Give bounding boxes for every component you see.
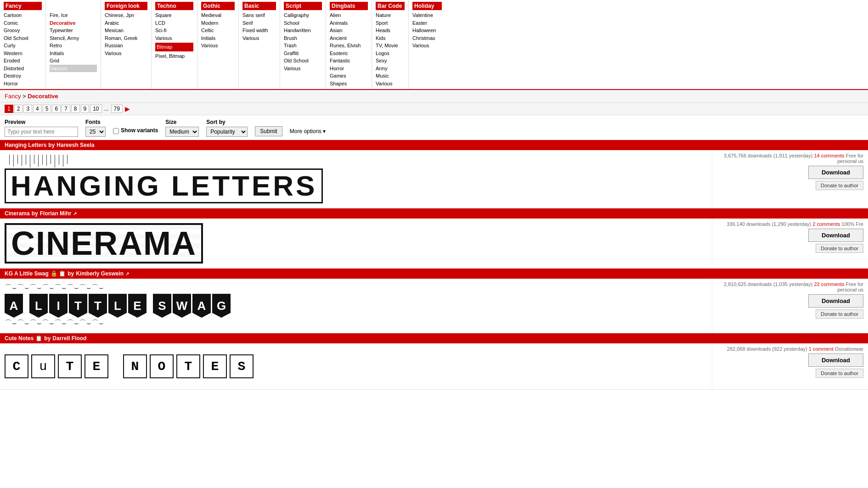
font-comments-cinerama[interactable]: 2 comments [812,221,840,227]
download-button-swag[interactable]: Download [808,294,863,308]
nav-item-initials-gothic[interactable]: Initials [201,34,235,42]
download-button-hanging[interactable]: Download [808,166,863,179]
nav-item-grid[interactable]: Grid [50,57,97,65]
nav-item-horror-ding[interactable]: Horror [330,65,368,73]
nav-item-various-basic[interactable]: Various [242,34,276,42]
nav-item-army[interactable]: Army [376,65,405,73]
nav-item-handwritten[interactable]: Handwritten [284,27,322,34]
donate-button-hanging[interactable]: Donate to author [816,181,863,190]
nav-header-barcode[interactable]: Bar Code [376,2,405,10]
nav-item-medieval[interactable]: Medieval [201,11,235,19]
nav-item-stencil[interactable]: Stencil, Army [50,34,97,42]
font-author-cinerama[interactable]: Florian Mihr [40,210,72,217]
download-button-cute[interactable]: Download [808,353,863,367]
nav-item-western[interactable]: Western [4,50,42,57]
nav-item-kids[interactable]: Kids [376,34,405,42]
download-button-cinerama[interactable]: Download [808,229,863,242]
nav-item-alien[interactable]: Alien [330,11,368,19]
nav-item-christmas[interactable]: Christmas [412,34,442,42]
nav-item-chinese[interactable]: Chinese, Jpn [105,11,147,19]
nav-item-logos[interactable]: Logos [376,50,405,57]
nav-item-ancient[interactable]: Ancient [330,34,368,42]
nav-header-fancy[interactable]: Fancy [4,2,42,10]
font-author-swag[interactable]: Kimberly Geswein [76,270,124,277]
donate-button-cute[interactable]: Donate to author [816,369,863,378]
nav-item-sans-serif[interactable]: Sans serif [242,11,276,19]
nav-item-scifi[interactable]: Sci-fi [155,27,193,34]
nav-item-groovy[interactable]: Groovy [4,27,42,34]
nav-header-dingbats[interactable]: Dingbats [330,2,368,10]
page-1[interactable]: 1 [5,105,13,113]
donate-button-swag[interactable]: Donate to author [816,309,863,319]
nav-item-nature[interactable]: Nature [376,11,405,19]
nav-header-script[interactable]: Script [284,2,322,10]
nav-header-gothic[interactable]: Gothic [201,2,235,10]
nav-item-typewriter[interactable]: Typewriter [50,27,97,34]
nav-item-destroy[interactable]: Destroy [4,72,42,80]
page-next-icon[interactable]: ▶ [124,105,131,112]
breadcrumb-parent[interactable]: Fancy [5,93,21,100]
nav-item-retro[interactable]: Retro [50,42,97,50]
nav-item-oldschool[interactable]: Old School [4,34,42,42]
nav-item-various-script[interactable]: Various [284,65,322,73]
nav-item-music[interactable]: Music [376,72,405,80]
page-last[interactable]: 79 [111,105,123,113]
nav-item-sport[interactable]: Sport [376,19,405,27]
nav-item-graffiti[interactable]: Graffiti [284,50,322,57]
nav-item-tvmovie[interactable]: TV, Movie [376,42,405,50]
nav-header-holiday[interactable]: Holiday [412,2,442,10]
nav-item-pixel[interactable]: Pixel, Bitmap [155,52,193,60]
page-4[interactable]: 4 [33,105,42,113]
nav-item-square[interactable]: Square [155,11,193,19]
nav-item-roman[interactable]: Roman, Greek [105,34,147,42]
nav-item-curly[interactable]: Curly [4,42,42,50]
nav-item-arabic[interactable]: Arabic [105,19,147,27]
nav-item-sexy[interactable]: Sexy [376,57,405,65]
nav-item-decorative[interactable]: Decorative [50,19,97,27]
nav-item-various-techno[interactable]: Various [155,34,193,42]
font-author-hanging[interactable]: Hareesh Seela [56,142,94,148]
nav-item-bitmap[interactable]: Bitmap [155,43,193,51]
nav-item-school[interactable]: School [284,19,322,27]
nav-item-games[interactable]: Games [330,72,368,80]
nav-item-horror[interactable]: Horror [4,80,42,88]
nav-item-runes[interactable]: Runes, Elvish [330,42,368,50]
submit-button[interactable]: Submit [255,126,282,136]
nav-item-oldschool-script[interactable]: Old School [284,57,322,65]
nav-item-cartoon[interactable]: Cartoon [4,11,42,19]
nav-item-various-gothic[interactable]: Various [201,42,235,50]
nav-item-halloween[interactable]: Halloween [412,27,442,34]
nav-item-distorted[interactable]: Distorted [4,65,42,73]
nav-item-comic[interactable]: Comic [4,19,42,27]
page-8[interactable]: 8 [71,105,80,113]
show-variants-checkbox[interactable] [113,128,119,134]
nav-header-foreign[interactable]: Foreign look [105,2,147,10]
more-options-button[interactable]: More options ▾ [290,128,326,135]
nav-item-russian[interactable]: Russian [105,42,147,50]
nav-item-easter[interactable]: Easter [412,19,442,27]
nav-item-heads[interactable]: Heads [376,27,405,34]
nav-item-fantastic[interactable]: Fantastic [330,57,368,65]
donate-button-cinerama[interactable]: Donate to author [816,244,863,253]
nav-item-various-foreign[interactable]: Various [105,50,147,57]
nav-item-celtic[interactable]: Celtic [201,27,235,34]
nav-item-brush[interactable]: Brush [284,34,322,42]
nav-item-esoteric[interactable]: Esoteric [330,50,368,57]
nav-item-various-fancy[interactable]: Various [50,65,97,73]
nav-header-techno[interactable]: Techno [155,2,193,10]
font-comments-swag[interactable]: 22 comments [814,281,844,287]
sort-select[interactable]: Popularity Name Downloads [206,127,248,137]
nav-item-eroded[interactable]: Eroded [4,57,42,65]
nav-item-various-bc[interactable]: Various [376,80,405,88]
nav-item-modern[interactable]: Modern [201,19,235,27]
nav-item-fixed-width[interactable]: Fixed width [242,27,276,34]
nav-item-initials[interactable]: Initials [50,50,97,57]
nav-item-serif[interactable]: Serif [242,19,276,27]
page-3[interactable]: 3 [23,105,32,113]
nav-item-lcd[interactable]: LCD [155,19,193,27]
page-9[interactable]: 9 [81,105,90,113]
nav-item-shapes[interactable]: Shapes [330,80,368,88]
nav-item-asian[interactable]: Asian [330,27,368,34]
nav-item-calligraphy[interactable]: Calligraphy [284,11,322,19]
page-10[interactable]: 10 [90,105,101,113]
